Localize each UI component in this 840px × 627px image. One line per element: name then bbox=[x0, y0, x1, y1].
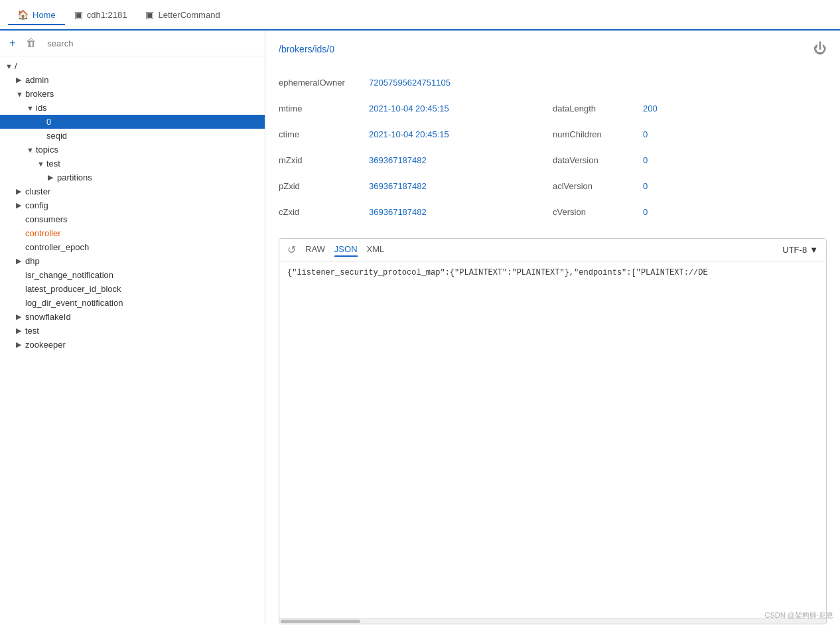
chevron-icon: ▶ bbox=[16, 76, 25, 84]
search-input[interactable] bbox=[44, 37, 258, 50]
tree-item-controller[interactable]: controller bbox=[0, 226, 265, 240]
chevron-icon: ▼ bbox=[16, 90, 25, 98]
chevron-icon: ▶ bbox=[16, 257, 25, 265]
refresh-icon[interactable]: ↺ bbox=[287, 244, 296, 256]
info-row-left: mZxid369367187482 bbox=[279, 147, 553, 173]
info-row-left: cZxid369367187482 bbox=[279, 199, 553, 225]
tree-item-brokers[interactable]: ▼brokers bbox=[0, 87, 265, 101]
info-row-left: ctime2021-10-04 20:45:15 bbox=[279, 121, 553, 147]
tree-item-root[interactable]: ▼/ bbox=[0, 59, 265, 73]
tree: ▼/▶admin▼brokers▼ids0seqid▼topics▼test▶p… bbox=[0, 56, 265, 624]
tree-item-label: / bbox=[15, 61, 17, 71]
chevron-icon: ▼ bbox=[37, 160, 46, 168]
tree-item-label: cluster bbox=[25, 186, 50, 196]
tree-item-partitions[interactable]: ▶partitions bbox=[0, 171, 265, 184]
right-header: /brokers/ids/0 ⏻ bbox=[265, 31, 840, 63]
info-value: 2021-10-04 20:45:15 bbox=[369, 129, 449, 139]
tree-item-zero[interactable]: 0 bbox=[0, 115, 265, 129]
tree-item-label: ids bbox=[36, 103, 47, 113]
tree-item-latest_producer[interactable]: latest_producer_id_block bbox=[0, 282, 265, 296]
info-value: 200 bbox=[643, 104, 658, 113]
tab-letter[interactable]: ▣ LetterCommand bbox=[136, 5, 229, 25]
tree-item-controller_epoch[interactable]: controller_epoch bbox=[0, 240, 265, 254]
info-row-right: dataVersion0 bbox=[553, 147, 827, 173]
info-key: ctime bbox=[279, 129, 358, 139]
tree-item-label: isr_change_notification bbox=[25, 270, 113, 280]
toolbar: + 🗑 bbox=[0, 31, 265, 56]
tree-item-test[interactable]: ▼test bbox=[0, 157, 265, 171]
tree-item-consumers[interactable]: consumers bbox=[0, 212, 265, 226]
main-layout: + 🗑 ▼/▶admin▼brokers▼ids0seqid▼topics▼te… bbox=[0, 31, 840, 624]
info-key: cZxid bbox=[279, 207, 358, 217]
info-row-right: aclVersion0 bbox=[553, 173, 827, 199]
tree-item-label: dhp bbox=[25, 256, 40, 266]
tree-item-label: brokers bbox=[25, 89, 54, 99]
info-value: 369367187482 bbox=[369, 181, 427, 191]
info-key: aclVersion bbox=[553, 181, 632, 191]
tree-item-admin[interactable]: ▶admin bbox=[0, 73, 265, 87]
tree-item-label: latest_producer_id_block bbox=[25, 284, 121, 294]
tree-item-label: 0 bbox=[46, 117, 51, 127]
tree-item-label: log_dir_event_notification bbox=[25, 298, 123, 308]
chevron-icon: ▶ bbox=[48, 173, 57, 182]
delete-button[interactable]: 🗑 bbox=[23, 36, 39, 50]
tree-item-isr_change[interactable]: isr_change_notification bbox=[0, 268, 265, 282]
tree-item-label: test bbox=[46, 159, 60, 169]
encoding-value: UTF-8 bbox=[782, 245, 807, 255]
tree-item-snowflakeId[interactable]: ▶snowflakeId bbox=[0, 310, 265, 324]
chevron-icon: ▶ bbox=[16, 326, 25, 335]
tree-item-label: snowflakeId bbox=[25, 312, 71, 322]
info-key: numChildren bbox=[553, 129, 632, 139]
info-row-left: mtime2021-10-04 20:45:15 bbox=[279, 96, 553, 121]
info-key: pZxid bbox=[279, 181, 358, 191]
tree-item-ids[interactable]: ▼ids bbox=[0, 101, 265, 115]
tree-item-label: zookeeper bbox=[25, 340, 66, 350]
tab-letter-label: LetterCommand bbox=[158, 10, 220, 20]
server-icon: ▣ bbox=[74, 9, 83, 20]
info-value: 72057595624751105 bbox=[369, 78, 451, 88]
chevron-icon: ▶ bbox=[16, 201, 25, 210]
tab-raw[interactable]: RAW bbox=[305, 243, 325, 257]
data-content: {"listener_security_protocol_map":{"PLAI… bbox=[279, 261, 826, 618]
tree-item-label: config bbox=[25, 200, 48, 210]
info-row-right: numChildren0 bbox=[553, 121, 827, 147]
info-value: 0 bbox=[643, 207, 648, 217]
chevron-icon: ▶ bbox=[16, 313, 25, 321]
info-row-left: pZxid369367187482 bbox=[279, 173, 553, 199]
encoding-selector[interactable]: UTF-8 ▼ bbox=[782, 245, 818, 255]
horizontal-scrollbar[interactable] bbox=[279, 618, 826, 624]
chevron-icon: ▶ bbox=[16, 340, 25, 349]
node-path: /brokers/ids/0 bbox=[279, 44, 334, 54]
info-key: cVersion bbox=[553, 207, 632, 217]
tree-item-config[interactable]: ▶config bbox=[0, 198, 265, 212]
tree-item-label: test bbox=[25, 326, 39, 336]
chevron-icon: ▶ bbox=[16, 187, 25, 196]
tree-item-label: seqid bbox=[46, 131, 67, 141]
info-row-right: dataLength200 bbox=[553, 96, 827, 121]
tab-home[interactable]: 🏠 Home bbox=[8, 5, 65, 25]
tree-item-label: partitions bbox=[57, 173, 92, 182]
tree-item-label: admin bbox=[25, 75, 48, 85]
tree-item-topics[interactable]: ▼topics bbox=[0, 143, 265, 157]
info-key: mtime bbox=[279, 104, 358, 113]
info-value: 0 bbox=[643, 129, 648, 139]
tree-item-log_dir[interactable]: log_dir_event_notification bbox=[0, 296, 265, 310]
power-button[interactable]: ⏻ bbox=[813, 41, 827, 56]
tree-item-zookeeper[interactable]: ▶zookeeper bbox=[0, 338, 265, 352]
scrollbar-thumb[interactable] bbox=[281, 620, 360, 623]
tree-item-dhp[interactable]: ▶dhp bbox=[0, 254, 265, 268]
tree-item-cluster[interactable]: ▶cluster bbox=[0, 184, 265, 198]
info-key: dataLength bbox=[553, 104, 632, 113]
chevron-icon: ▼ bbox=[27, 146, 36, 154]
tree-item-seqid[interactable]: seqid bbox=[0, 129, 265, 143]
tab-xml[interactable]: XML bbox=[367, 243, 385, 257]
tab-cdh1[interactable]: ▣ cdh1:2181 bbox=[65, 5, 137, 25]
info-key: dataVersion bbox=[553, 155, 632, 165]
add-button[interactable]: + bbox=[7, 36, 18, 50]
info-grid: ephemeralOwner72057595624751105mtime2021… bbox=[265, 63, 840, 232]
tab-json[interactable]: JSON bbox=[334, 243, 358, 257]
tree-item-label: controller bbox=[25, 228, 60, 238]
tab-cdh1-label: cdh1:2181 bbox=[87, 10, 127, 20]
tree-item-test_root[interactable]: ▶test bbox=[0, 324, 265, 338]
left-panel: + 🗑 ▼/▶admin▼brokers▼ids0seqid▼topics▼te… bbox=[0, 31, 265, 624]
